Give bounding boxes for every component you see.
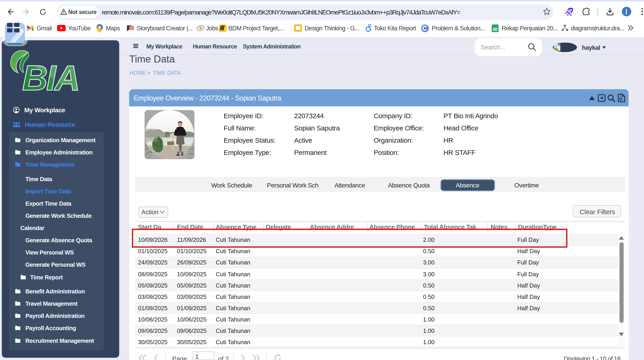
svg-text:BIA: BIA (22, 58, 79, 92)
